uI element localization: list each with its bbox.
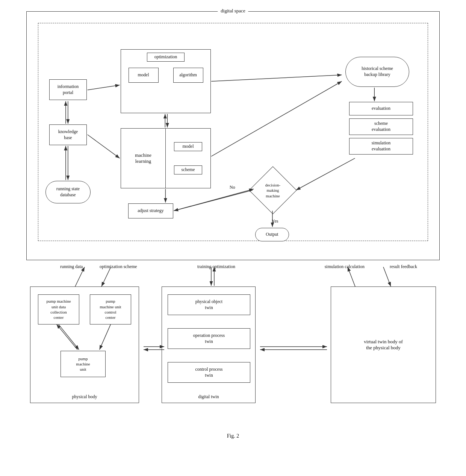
information-portal-label: information portal (57, 84, 79, 96)
model-scheme-col: model scheme (166, 129, 210, 188)
evaluation-box: evaluation (349, 102, 413, 115)
scheme-label: scheme (182, 167, 195, 173)
optimization-inner-label: optimization (121, 50, 210, 62)
output-box: Output (255, 228, 289, 241)
simulation-evaluation-box: simulationevaluation (349, 138, 413, 155)
operation-process-twin-box: operation processtwin (168, 328, 250, 349)
pump-unit-box: pumpmachineunit (61, 351, 106, 377)
machine-learning-label: machinelearning (135, 152, 151, 164)
model-top-label: model (138, 72, 149, 78)
evaluation-label: evaluation (372, 106, 390, 112)
model-top-box: model (129, 68, 159, 83)
svg-line-30 (383, 267, 391, 287)
simulation-calculation-label: simulation calculation (325, 264, 365, 270)
information-portal-box: information portal (49, 79, 87, 100)
virtual-twin-body-box: virtual twin body ofthe physical body (331, 287, 436, 403)
svg-line-29 (348, 267, 355, 287)
historical-scheme-label: historical schemebackup library (362, 66, 393, 77)
knowledge-base-label: knowledgebase (58, 129, 78, 141)
scheme-box: scheme (174, 165, 202, 174)
simulation-evaluation-label: simulationevaluation (372, 140, 391, 152)
outer-box: digital space information portal knowled… (26, 11, 440, 260)
operation-process-twin-label: operation processtwin (193, 333, 225, 344)
physical-object-twin-label: physical objecttwin (195, 299, 222, 311)
control-process-twin-label: control processtwin (195, 367, 223, 378)
no-label: No (230, 185, 235, 190)
training-optimization-label: training optimization (197, 264, 235, 270)
svg-line-20 (58, 324, 79, 350)
scheme-evaluation-box: schemeevaluation (349, 118, 413, 135)
pump-data-collection-label: pump machineunit datacollectioncenter (46, 299, 71, 320)
svg-line-21 (57, 324, 78, 350)
result-feedback-label: result feedback (390, 264, 417, 270)
optimization-scheme-label: optimization scheme (100, 264, 137, 270)
knowledge-base-box: knowledgebase (49, 124, 87, 145)
pump-unit-label: pumpmachineunit (76, 356, 90, 372)
model-bottom-label: model (183, 144, 194, 150)
control-process-twin-box: control processtwin (168, 362, 250, 383)
running-state-db-box: running statedatabase (45, 181, 91, 203)
model-algorithm-row: model algorithm (121, 68, 210, 83)
ml-inner: machinelearning model scheme (121, 129, 210, 188)
adjust-strategy-label: adjust strategy (138, 208, 164, 214)
bottom-section: running data optimization scheme trainin… (26, 264, 440, 422)
model-bottom-box: model (174, 142, 202, 151)
top-section: information portal knowledgebase running… (34, 19, 432, 252)
virtual-twin-body-label: virtual twin body ofthe physical body (364, 339, 403, 351)
optimization-group-box: optimization model algorithm (121, 49, 211, 113)
machine-learning-cell: machinelearning (121, 129, 166, 188)
pump-data-collection-box: pump machineunit datacollectioncenter (38, 294, 79, 324)
diagram-wrapper: digital space information portal knowled… (26, 11, 440, 439)
yes-label: Yes (272, 218, 278, 224)
adjust-strategy-box: adjust strategy (128, 203, 173, 218)
ml-group-box: machinelearning model scheme (121, 128, 211, 188)
svg-line-22 (100, 324, 111, 350)
decision-making-text: decision-makingmachine (260, 182, 286, 199)
physical-body-inner-label: physical body (30, 394, 139, 400)
decision-making-container: decision-makingmachine (252, 170, 294, 211)
evaluation-group: evaluation schemeevaluation simulationev… (349, 102, 413, 155)
digital-twin-label: digital twin (162, 394, 255, 400)
digital-twin-box: physical objecttwin operation processtwi… (162, 287, 256, 403)
svg-line-25 (75, 267, 85, 287)
optimization-label-box: optimization (147, 53, 185, 62)
algorithm-box: algorithm (173, 68, 203, 83)
output-label: Output (266, 232, 278, 238)
scheme-evaluation-label: schemeevaluation (372, 121, 390, 132)
pump-control-label: pumpmachine unitcontrolcenter (100, 299, 121, 320)
optimization-label: optimization (154, 54, 177, 60)
running-data-label: running data (60, 264, 83, 270)
pump-control-box: pumpmachine unitcontrolcenter (90, 294, 131, 324)
historical-scheme-box: historical schemebackup library (345, 57, 409, 87)
physical-object-twin-box: physical objecttwin (168, 294, 250, 315)
running-state-db-label: running statedatabase (56, 186, 80, 198)
digital-space-label: digital space (218, 8, 248, 14)
algorithm-label: algorithm (179, 72, 197, 78)
fig-caption: Fig. 2 (26, 433, 440, 439)
svg-line-26 (101, 267, 111, 287)
physical-body-box: pump machineunit datacollectioncenter pu… (30, 287, 139, 403)
